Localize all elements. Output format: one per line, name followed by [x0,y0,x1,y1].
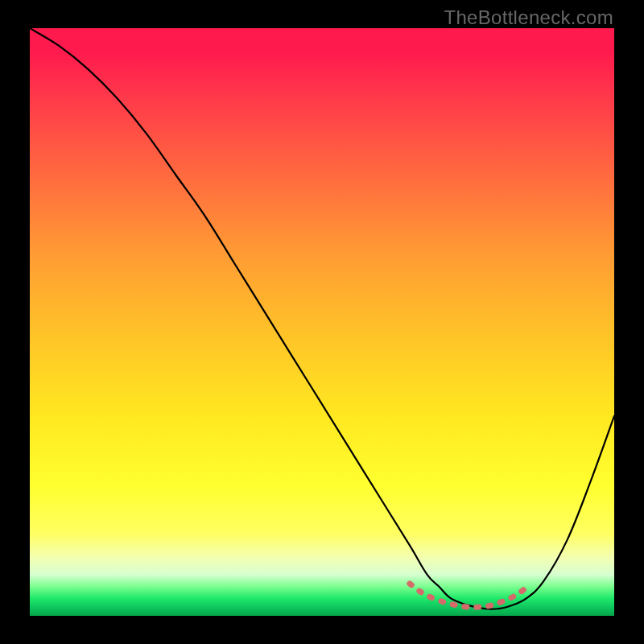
watermark-text: TheBottleneck.com [444,6,613,29]
plot-area [30,28,614,616]
chart-svg [30,28,614,616]
optimal-band [410,584,526,607]
outer-frame: TheBottleneck.com [0,0,644,644]
bottleneck-curve [30,28,614,609]
